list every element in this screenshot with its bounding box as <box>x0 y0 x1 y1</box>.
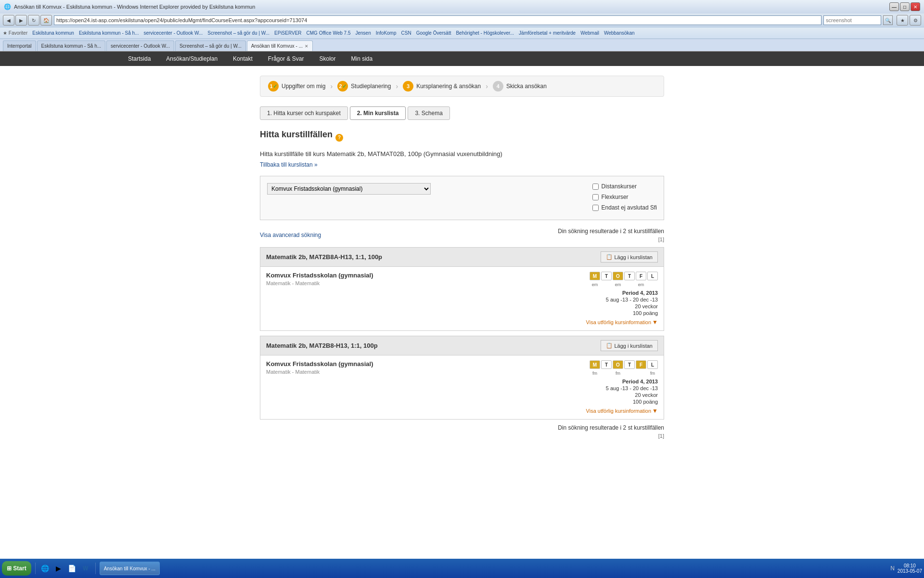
checkbox-flex[interactable]: Flexkurser <box>592 194 657 200</box>
back-to-list-link[interactable]: Tillbaka till kurslistan » <box>260 161 664 168</box>
tab-eskilstuna[interactable]: Eskilstuna kommun - Så h... <box>37 40 106 51</box>
day-labels-2: fm fm fm <box>562 371 658 376</box>
tab-ansökan[interactable]: Ansökan till Komvux - ... ✕ <box>247 40 313 51</box>
day-t2-1: T <box>624 272 635 280</box>
course-left-1: Komvux Fristadsskolan (gymnasial) Matema… <box>266 272 562 286</box>
refresh-button[interactable]: ↻ <box>28 15 39 26</box>
sfi-checkbox[interactable] <box>592 205 599 211</box>
day-o-2: O <box>613 360 623 369</box>
favorites-icon[interactable]: ★ <box>897 15 908 26</box>
fav-jensen[interactable]: Jensen <box>353 30 372 36</box>
day-f-1: F <box>636 272 646 280</box>
step-4-num: 4 <box>493 81 503 92</box>
fav-episerver[interactable]: EPiSERVER <box>272 30 304 36</box>
address-input[interactable] <box>54 15 821 25</box>
fav-servicecenter[interactable]: servicecenter - Outlook W... <box>141 30 205 36</box>
course-right-2: M T O T F L fm fm fm Period 4, 2013 <box>562 360 658 414</box>
day-label-o-1: em <box>613 282 623 287</box>
day-f-2: F <box>636 360 646 369</box>
period-label-1: Period 4, 2013 <box>562 290 658 296</box>
step-1-label: Uppgifter om mig <box>282 83 325 90</box>
tab-servicecenter[interactable]: servicecenter - Outlook W... <box>106 40 174 51</box>
day-t2-2: T <box>624 360 635 369</box>
course-right-1: M T O T F L em em em Period 4, 2013 <box>562 272 658 326</box>
days-grid-2: M T O T F L <box>562 360 658 369</box>
course-card-1: Matematik 2b, MAT2B8A-H13, 1:1, 100p 📋 L… <box>260 247 664 331</box>
course-left-2: Komvux Fristadsskolan (gymnasial) Matema… <box>266 360 562 375</box>
main-content: 1✓ Uppgifter om mig › 2✓ Studieplanering… <box>245 66 679 448</box>
period-info-2: Period 4, 2013 5 aug -13 - 20 dec -13 20… <box>562 379 658 405</box>
sub-tab-hitta[interactable]: 1. Hitta kurser och kurspaket <box>260 106 348 120</box>
maximize-button[interactable]: □ <box>900 2 910 11</box>
day-label-f-2 <box>636 371 646 376</box>
search-icon[interactable]: 🔍 <box>883 15 893 25</box>
course-subject-1: Matematik - Matematik <box>266 280 562 286</box>
step-4-label: Skicka ansökan <box>506 83 547 90</box>
step-1-num: 1✓ <box>268 81 279 92</box>
nav-frågor[interactable]: Frågor & Svar <box>260 52 312 66</box>
day-t1-1: T <box>601 272 612 280</box>
fav-csn[interactable]: CSN <box>399 30 413 36</box>
day-label-f-1: em <box>636 282 646 287</box>
tools-icon[interactable]: ⚙ <box>910 15 921 26</box>
search-left: Komvux Fristadsskolan (gymnasial) <box>267 183 583 195</box>
home-button[interactable]: 🏠 <box>40 15 52 26</box>
tab-internportal[interactable]: Internportal <box>3 40 36 51</box>
checkbox-sfi[interactable]: Endast ej avslutad Sfi <box>592 204 657 211</box>
day-t1-2: T <box>601 360 612 369</box>
add-to-list-btn-2[interactable]: 📋 Lägg i kurslistan <box>601 340 658 351</box>
distans-checkbox[interactable] <box>592 184 599 190</box>
fav-eskilstuna2[interactable]: Eskilstuna kommun - Så h... <box>77 30 141 36</box>
fav-cmg[interactable]: CMG Office Web 7.5 <box>305 30 353 36</box>
tab-close-icon[interactable]: ✕ <box>305 44 308 49</box>
course-subject-2: Matematik - Matematik <box>266 369 562 375</box>
back-button[interactable]: ◀ <box>3 15 14 26</box>
fav-jamforelsetal[interactable]: Jämförelsetal + meritvärde <box>517 30 578 36</box>
flex-checkbox[interactable] <box>592 194 599 200</box>
wizard-step-3: 3 Kursplanering & ansökan <box>403 81 481 92</box>
fav-webmail[interactable]: Webmail <box>578 30 601 36</box>
nav-kontakt[interactable]: Kontakt <box>225 52 260 66</box>
fav-eskilstuna[interactable]: Eskilstuna kommun <box>30 30 76 36</box>
nav-min-sida[interactable]: Min sida <box>344 52 381 66</box>
day-label-m-1: em <box>590 282 600 287</box>
wizard-step-2: 2✓ Studieplanering <box>337 81 391 92</box>
fav-screenshot[interactable]: Screenshot – så gör du | W... <box>205 30 271 36</box>
tab-eskilstuna-label: Eskilstuna kommun - Så h... <box>41 43 102 49</box>
forward-button[interactable]: ▶ <box>15 15 27 26</box>
school-select[interactable]: Komvux Fristadsskolan (gymnasial) <box>267 183 431 195</box>
close-button[interactable]: ✕ <box>911 2 920 11</box>
nav-skolor[interactable]: Skolor <box>312 52 344 66</box>
title-bar: 🌐 Ansökan till Komvux - Eskilstuna kommu… <box>0 0 924 13</box>
day-label-l-1 <box>647 282 658 287</box>
fav-google[interactable]: Google Översätt <box>414 30 453 36</box>
fav-behörighet[interactable]: Behörighet - Högskolever... <box>454 30 516 36</box>
day-m-1: M <box>590 272 600 280</box>
days-grid-1: M T O T F L <box>562 272 658 280</box>
advanced-search-link[interactable]: Visa avancerad sökning <box>260 232 321 238</box>
period-info-1: Period 4, 2013 5 aug -13 - 20 dec -13 20… <box>562 290 658 316</box>
checkbox-distans[interactable]: Distanskurser <box>592 183 657 190</box>
course-school-1: Komvux Fristadsskolan (gymnasial) <box>266 272 562 279</box>
tab-ansökan-label: Ansökan till Komvux - ... <box>251 43 303 49</box>
tab-screenshot[interactable]: Screenshot – så gör du | W... <box>175 40 246 51</box>
minimize-button[interactable]: — <box>889 2 899 11</box>
show-more-link-2[interactable]: Visa utförlig kursinformation ▼ <box>562 407 658 414</box>
sub-tab-kurslista[interactable]: 2. Min kurslista <box>350 106 406 120</box>
search-controls: Komvux Fristadsskolan (gymnasial) Distan… <box>267 183 657 213</box>
step-arrow-2: › <box>396 82 398 90</box>
search-input[interactable] <box>823 15 881 25</box>
add-to-list-btn-1[interactable]: 📋 Lägg i kurslistan <box>601 251 658 263</box>
course-weeks-1: 20 veckor <box>562 303 658 309</box>
page-subtitle: Hitta kurstillfälle till kurs Matematik … <box>260 150 664 158</box>
fav-infokomp[interactable]: InfoKomp <box>374 30 398 36</box>
step-arrow-1: › <box>330 82 333 90</box>
show-more-label-1: Visa utförlig kursinformation <box>586 319 652 325</box>
help-icon[interactable]: ? <box>335 134 343 142</box>
nav-startsida[interactable]: Startsida <box>120 52 158 66</box>
wizard-step-4: 4 Skicka ansökan <box>493 81 547 92</box>
nav-ansökan[interactable]: Ansökan/Studieplan <box>158 52 225 66</box>
sub-tab-schema[interactable]: 3. Schema <box>408 106 449 120</box>
show-more-link-1[interactable]: Visa utförlig kursinformation ▼ <box>562 319 658 326</box>
fav-webbansökan[interactable]: Webbansökan <box>602 30 637 36</box>
